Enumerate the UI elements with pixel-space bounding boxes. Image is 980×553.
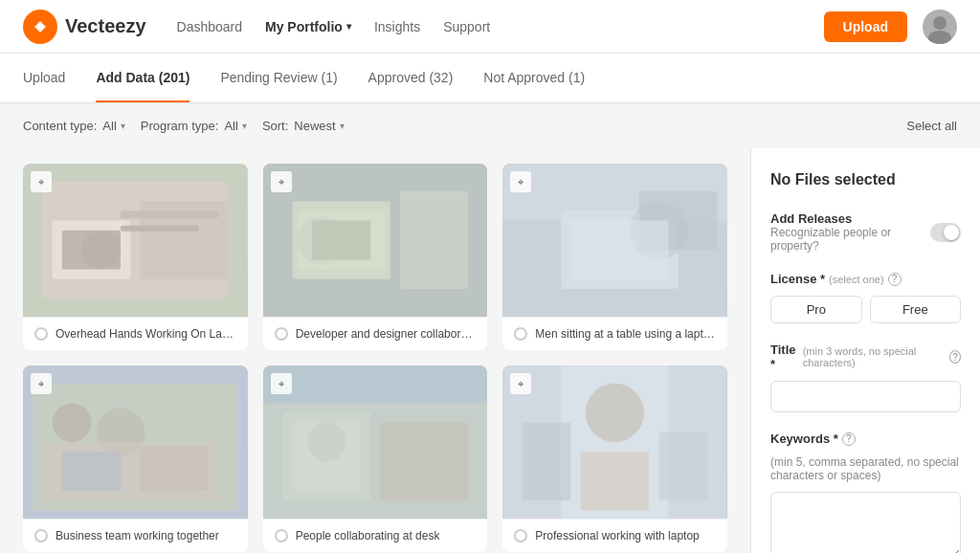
file-type-icon: ⌖: [31, 373, 52, 394]
svg-point-27: [53, 403, 92, 442]
select-radio[interactable]: [34, 327, 48, 341]
content-type-arrow-icon: ▾: [121, 121, 125, 131]
subnav-upload[interactable]: Upload: [23, 55, 65, 102]
select-radio[interactable]: [275, 327, 288, 341]
nav-support[interactable]: Support: [443, 15, 490, 38]
sort-arrow-icon: ▾: [340, 121, 345, 131]
svg-rect-30: [62, 452, 121, 491]
image-thumbnail: ⌖: [263, 164, 488, 317]
keywords-field-label: Keywords * ?: [770, 431, 961, 446]
svg-rect-18: [312, 221, 370, 260]
list-item[interactable]: ⌖ Professional working with laptop: [502, 365, 727, 552]
program-type-filter: Program type: All ▾: [141, 119, 247, 133]
content-type-select[interactable]: All ▾: [102, 119, 124, 133]
image-grid-area: ⌖ Overhead Hands Working On Laptops: [0, 148, 750, 553]
file-type-icon: ⌖: [271, 373, 292, 394]
image-title: Developer and designer collaborating on …: [296, 327, 477, 341]
portfolio-arrow-icon: ▾: [346, 21, 351, 32]
add-releases-sublabel: Recognizable people or property?: [770, 226, 930, 253]
image-thumbnail: ⌖: [23, 164, 248, 317]
upload-button[interactable]: Upload: [824, 11, 907, 42]
file-type-icon: ⌖: [271, 171, 292, 192]
image-thumbnail: ⌖: [263, 365, 488, 519]
image-title: Professional working with laptop: [535, 529, 699, 542]
license-pro-button[interactable]: Pro: [770, 296, 862, 323]
toolbar: Content type: All ▾ Program type: All ▾ …: [0, 103, 980, 148]
releases-toggle[interactable]: [930, 223, 961, 242]
keywords-hint: (min 5, comma separated, no special char…: [770, 455, 961, 482]
list-item[interactable]: ⌖ Developer and designer collaborating o…: [263, 164, 488, 350]
header-right: Upload: [824, 10, 957, 44]
image-label-row: Men sitting at a table using a laptop an…: [502, 317, 727, 350]
no-files-title: No Files selected: [770, 171, 961, 192]
main-layout: ⌖ Overhead Hands Working On Laptops: [0, 148, 980, 553]
select-radio[interactable]: [514, 529, 527, 542]
svg-rect-11: [121, 226, 199, 232]
logo-icon: [23, 10, 57, 44]
subnav-pending[interactable]: Pending Review (1): [220, 55, 337, 102]
no-files-label: No Files selected: [770, 171, 961, 188]
sort-select[interactable]: Newest ▾: [294, 119, 344, 133]
keywords-label: Keywords *: [770, 431, 838, 446]
content-type-label: Content type:: [23, 119, 97, 133]
select-all-button[interactable]: Select all: [906, 119, 957, 133]
program-type-arrow-icon: ▾: [242, 121, 247, 131]
logo-text: Vecteezy: [65, 15, 146, 37]
image-title: People collaborating at desk: [296, 529, 440, 542]
nav-insights[interactable]: Insights: [374, 15, 420, 38]
image-label-row: Overhead Hands Working On Laptops: [23, 317, 248, 350]
license-label: License *: [770, 272, 825, 286]
svg-point-2: [933, 16, 947, 30]
add-releases-label: Add Releases: [770, 211, 930, 226]
subnav-approved[interactable]: Approved (32): [368, 55, 454, 102]
sub-nav: Upload Add Data (201) Pending Review (1)…: [0, 54, 980, 103]
title-info-icon[interactable]: ?: [949, 350, 961, 364]
image-title: Business team working together: [56, 529, 219, 542]
image-grid: ⌖ Overhead Hands Working On Laptops: [23, 164, 727, 552]
svg-rect-35: [380, 423, 468, 501]
list-item[interactable]: ⌖ People collaborating at desk: [263, 365, 488, 552]
image-thumbnail: ⌖: [502, 164, 727, 317]
title-hint: (min 3 words, no special characters): [803, 345, 946, 368]
file-type-icon: ⌖: [510, 171, 531, 192]
image-label-row: Professional working with laptop: [502, 519, 727, 552]
svg-point-40: [586, 384, 644, 442]
license-field-label: License * (select one) ?: [770, 272, 961, 286]
svg-rect-42: [523, 423, 571, 501]
svg-point-0: [37, 24, 43, 30]
license-options: Pro Free: [770, 296, 961, 323]
logo[interactable]: Vecteezy: [23, 10, 146, 44]
license-section: License * (select one) ? Pro Free: [770, 272, 961, 323]
list-item[interactable]: ⌖ Men sitting at a table using a laptop …: [502, 164, 727, 350]
nav-dashboard[interactable]: Dashboard: [177, 15, 243, 38]
avatar[interactable]: [923, 10, 957, 44]
list-item[interactable]: ⌖ Overhead Hands Working On Laptops: [23, 164, 248, 350]
program-type-label: Program type:: [141, 119, 219, 133]
nav-portfolio[interactable]: My Portfolio ▾: [265, 15, 351, 38]
program-type-value: All: [224, 119, 237, 133]
keywords-input[interactable]: [770, 492, 961, 553]
file-type-icon: ⌖: [510, 373, 531, 394]
list-item[interactable]: ⌖ Business team working together: [23, 365, 248, 552]
license-hint: (select one): [829, 274, 883, 285]
program-type-select[interactable]: All ▾: [224, 119, 246, 133]
svg-rect-37: [292, 423, 360, 491]
subnav-add-data[interactable]: Add Data (201): [96, 55, 189, 102]
file-type-icon: ⌖: [31, 171, 52, 192]
image-thumbnail: ⌖: [23, 365, 248, 519]
image-label-row: People collaborating at desk: [263, 519, 488, 552]
select-radio[interactable]: [34, 529, 48, 542]
license-free-button[interactable]: Free: [870, 296, 962, 323]
main-header: Vecteezy Dashboard My Portfolio ▾ Insigh…: [0, 0, 980, 54]
select-radio[interactable]: [514, 327, 527, 341]
svg-rect-41: [581, 452, 649, 510]
title-input[interactable]: [770, 381, 961, 412]
image-title: Overhead Hands Working On Laptops: [56, 327, 236, 341]
keywords-info-icon[interactable]: ?: [842, 432, 856, 446]
svg-rect-24: [571, 221, 669, 279]
title-field-label: Title * (min 3 words, no special charact…: [770, 343, 961, 371]
select-radio[interactable]: [275, 529, 288, 542]
subnav-not-approved[interactable]: Not Approved (1): [483, 55, 585, 102]
license-info-icon[interactable]: ?: [888, 273, 902, 286]
releases-row: Add Releases Recognizable people or prop…: [770, 211, 961, 253]
